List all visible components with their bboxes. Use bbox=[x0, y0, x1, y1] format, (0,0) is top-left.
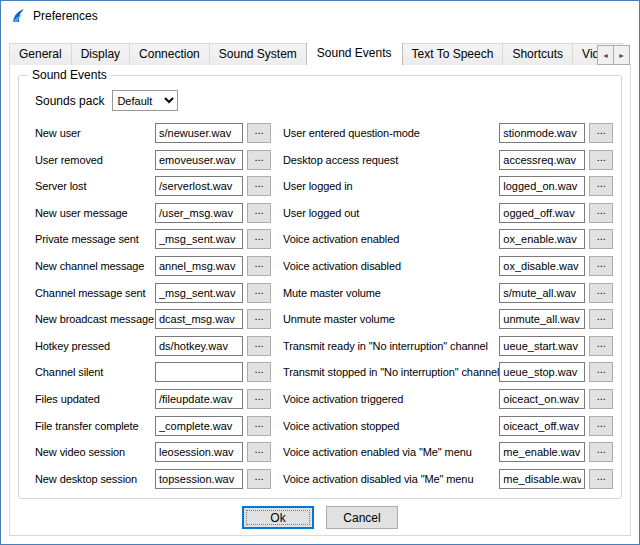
tab-label: Display bbox=[81, 47, 120, 61]
sound-file-input[interactable] bbox=[499, 229, 585, 249]
browse-button[interactable]: ... bbox=[247, 469, 271, 489]
sound-event-row: New video session ... bbox=[35, 441, 275, 463]
sound-file-input[interactable] bbox=[155, 362, 243, 382]
sound-file-input[interactable] bbox=[155, 176, 243, 196]
sound-event-row: Voice activation enabled via "Me" menu .… bbox=[283, 441, 613, 463]
sound-event-label: Mute master volume bbox=[283, 287, 499, 299]
sound-event-row: Transmit stopped in "No interruption" ch… bbox=[283, 361, 613, 383]
tab-scroll-right-button[interactable]: ► bbox=[613, 45, 630, 65]
event-columns: New user ... User removed ... Server los… bbox=[35, 122, 611, 490]
tab[interactable]: Text To Speech bbox=[402, 43, 504, 65]
sound-file-input[interactable] bbox=[155, 203, 243, 223]
browse-button[interactable]: ... bbox=[247, 203, 271, 223]
sound-event-label: Voice activation triggered bbox=[283, 393, 499, 405]
sound-event-label: User logged out bbox=[283, 207, 499, 219]
tab[interactable]: General bbox=[9, 43, 72, 65]
tab[interactable]: Sound Events bbox=[306, 43, 403, 65]
sound-event-label: Voice activation disabled bbox=[283, 260, 499, 272]
sound-event-label: New broadcast message bbox=[35, 313, 155, 325]
sound-event-label: Voice activation disabled via "Me" menu bbox=[283, 473, 499, 485]
sound-event-label: New channel message bbox=[35, 260, 155, 272]
sound-event-row: New channel message ... bbox=[35, 255, 275, 277]
tab-label: Shortcuts bbox=[512, 47, 563, 61]
sound-file-input[interactable] bbox=[499, 389, 585, 409]
sound-file-input[interactable] bbox=[499, 176, 585, 196]
sound-file-input[interactable] bbox=[155, 389, 243, 409]
sound-event-row: Private message sent ... bbox=[35, 228, 275, 250]
browse-button[interactable]: ... bbox=[247, 389, 271, 409]
sound-file-input[interactable] bbox=[499, 362, 585, 382]
sound-file-input[interactable] bbox=[155, 123, 243, 143]
sound-event-label: New user bbox=[35, 127, 155, 139]
sound-event-row: Hotkey pressed ... bbox=[35, 335, 275, 357]
tab[interactable]: Display bbox=[71, 43, 130, 65]
sounds-pack-label: Sounds pack bbox=[35, 94, 104, 108]
sound-file-input[interactable] bbox=[499, 336, 585, 356]
ok-button[interactable]: Ok bbox=[242, 506, 314, 529]
browse-button[interactable]: ... bbox=[247, 176, 271, 196]
sound-file-input[interactable] bbox=[499, 256, 585, 276]
sound-file-input[interactable] bbox=[499, 442, 585, 462]
tab-scroll-left-button[interactable]: ◄ bbox=[597, 45, 614, 65]
sound-event-row: File transfer complete ... bbox=[35, 415, 275, 437]
sound-event-label: Desktop access request bbox=[283, 154, 499, 166]
sound-file-input[interactable] bbox=[499, 150, 585, 170]
sound-file-input[interactable] bbox=[499, 469, 585, 489]
sound-event-row: New broadcast message ... bbox=[35, 308, 275, 330]
sound-file-input[interactable] bbox=[499, 123, 585, 143]
browse-button[interactable]: ... bbox=[247, 123, 271, 143]
tab[interactable]: Shortcuts bbox=[502, 43, 573, 65]
sound-file-input[interactable] bbox=[499, 416, 585, 436]
browse-button[interactable]: ... bbox=[247, 283, 271, 303]
browse-button[interactable]: ... bbox=[247, 416, 271, 436]
events-column-left: New user ... User removed ... Server los… bbox=[35, 122, 275, 490]
sound-event-label: User logged in bbox=[283, 180, 499, 192]
sound-event-label: User entered question-mode bbox=[283, 127, 499, 139]
sound-file-input[interactable] bbox=[155, 416, 243, 436]
sound-event-row: Voice activation stopped ... bbox=[283, 415, 613, 437]
tab-label: Connection bbox=[139, 47, 200, 61]
tab[interactable]: Sound System bbox=[209, 43, 307, 65]
groupbox-title: Sound Events bbox=[28, 68, 111, 82]
sound-file-input[interactable] bbox=[155, 283, 243, 303]
browse-button[interactable]: ... bbox=[247, 336, 271, 356]
sound-file-input[interactable] bbox=[499, 309, 585, 329]
browse-button[interactable]: ... bbox=[247, 150, 271, 170]
sound-event-label: Files updated bbox=[35, 393, 155, 405]
preferences-window: Preferences General Display Connection S… bbox=[0, 0, 640, 545]
sound-file-input[interactable] bbox=[155, 229, 243, 249]
sound-event-row: Transmit ready in "No interruption" chan… bbox=[283, 335, 613, 357]
tab-label: Sound System bbox=[219, 47, 297, 61]
browse-button[interactable]: ... bbox=[247, 256, 271, 276]
tab-label: General bbox=[19, 47, 62, 61]
sound-file-input[interactable] bbox=[499, 283, 585, 303]
tab[interactable]: Connection bbox=[129, 43, 210, 65]
sound-event-label: Server lost bbox=[35, 180, 155, 192]
sound-event-row: Voice activation disabled ... bbox=[283, 255, 613, 277]
sound-event-label: Channel silent bbox=[35, 366, 155, 378]
titlebar[interactable]: Preferences bbox=[1, 1, 639, 31]
sounds-pack-select[interactable]: Default bbox=[112, 90, 178, 111]
sound-event-row: User logged in ... bbox=[283, 175, 613, 197]
browse-button[interactable]: ... bbox=[247, 442, 271, 462]
browse-button[interactable]: ... bbox=[247, 309, 271, 329]
sound-file-input[interactable] bbox=[155, 336, 243, 356]
browse-button[interactable]: ... bbox=[247, 362, 271, 382]
sound-event-row: New user ... bbox=[35, 122, 275, 144]
sound-event-label: Channel message sent bbox=[35, 287, 155, 299]
sound-file-input[interactable] bbox=[499, 203, 585, 223]
sound-event-label: Private message sent bbox=[35, 233, 155, 245]
cancel-button[interactable]: Cancel bbox=[326, 506, 398, 529]
sound-file-input[interactable] bbox=[155, 442, 243, 462]
sound-event-label: New desktop session bbox=[35, 473, 155, 485]
sound-event-label: Transmit stopped in "No interruption" ch… bbox=[283, 366, 499, 378]
sound-event-row: User removed ... bbox=[35, 149, 275, 171]
sound-file-input[interactable] bbox=[155, 469, 243, 489]
sound-file-input[interactable] bbox=[155, 309, 243, 329]
sound-event-label: Voice activation enabled via "Me" menu bbox=[283, 446, 499, 458]
sound-event-row: Mute master volume ... bbox=[283, 282, 613, 304]
sound-file-input[interactable] bbox=[155, 256, 243, 276]
sound-file-input[interactable] bbox=[155, 150, 243, 170]
sound-event-label: Voice activation enabled bbox=[283, 233, 499, 245]
browse-button[interactable]: ... bbox=[247, 229, 271, 249]
